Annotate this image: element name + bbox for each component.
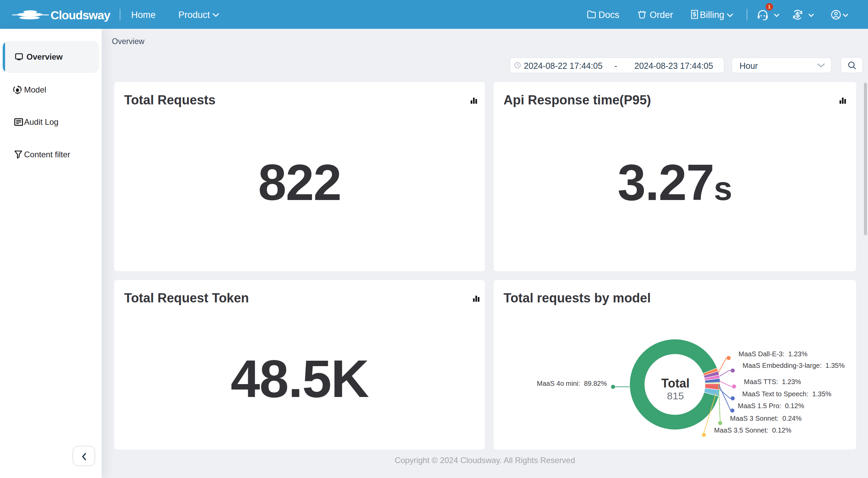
svg-text:Total: Total (661, 376, 689, 390)
svg-text:MaaS Dall-E-3: 1.23%: MaaS Dall-E-3: 1.23% (738, 350, 808, 358)
svg-text:815: 815 (667, 390, 684, 401)
svg-text:MaaS Embedding-3-large: 1.35%: MaaS Embedding-3-large: 1.35% (743, 362, 845, 369)
svg-text:MaaS TTS: 1.23%: MaaS TTS: 1.23% (744, 378, 801, 385)
svg-text:MaaS 3.5 Sonnet: 0.12%: MaaS 3.5 Sonnet: 0.12% (714, 426, 791, 434)
svg-text:MaaS 3 Sonnet: 0.24%: MaaS 3 Sonnet: 0.24% (730, 415, 802, 422)
svg-text:MaaS 4o mini: 89.82%: MaaS 4o mini: 89.82% (537, 380, 607, 387)
svg-text:MaaS Text to Speech: 1.35%: MaaS Text to Speech: 1.35% (742, 390, 831, 398)
svg-text:MaaS 1.5 Pro: 0.12%: MaaS 1.5 Pro: 0.12% (738, 402, 804, 410)
